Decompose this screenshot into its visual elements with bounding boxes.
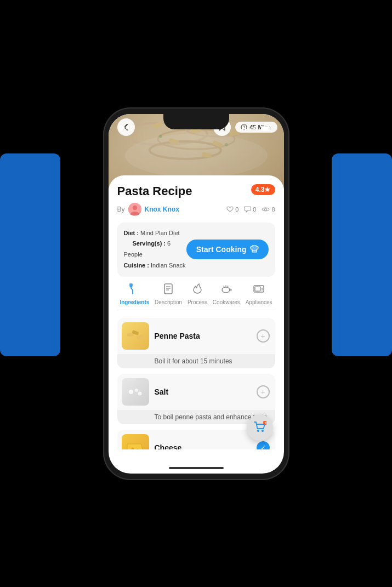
- tab-appliances[interactable]: Appliances: [246, 283, 272, 305]
- social-stats: 0 0 8: [226, 206, 275, 213]
- add-salt-button[interactable]: +: [257, 385, 270, 398]
- svg-point-51: [257, 430, 259, 432]
- cheese-visual: [124, 440, 146, 449]
- svg-marker-45: [127, 444, 144, 449]
- rating-badge: 4.3★: [251, 184, 275, 195]
- heart-icon: [226, 206, 234, 213]
- svg-point-24: [133, 206, 137, 210]
- cuisine-value: Indian Snack: [151, 262, 186, 269]
- author-name[interactable]: Knox Knox: [145, 206, 179, 213]
- svg-line-32: [224, 286, 224, 287]
- diet-label: Diet :: [124, 230, 139, 236]
- tab-cookwares[interactable]: Cookwares: [213, 283, 240, 305]
- salt-name: Salt: [155, 387, 251, 396]
- start-cooking-button[interactable]: Start Cooking: [186, 240, 269, 259]
- svg-rect-39: [127, 333, 134, 337]
- process-tab-icon: [192, 283, 203, 297]
- description-tab-label: Description: [155, 299, 182, 305]
- svg-point-31: [222, 287, 230, 293]
- author-by-label: By: [117, 206, 125, 213]
- svg-point-38: [262, 289, 263, 290]
- svg-rect-0: [240, 129, 241, 131]
- penne-pasta-desc: Boil it for about 15 minutes: [117, 354, 275, 368]
- author-row: By Knox Knox: [117, 203, 275, 216]
- microwave-icon: [253, 283, 264, 294]
- document-icon: [163, 283, 174, 294]
- penne-pasta-image: [122, 322, 149, 350]
- tab-ingredients[interactable]: Ingredients: [120, 283, 149, 305]
- svg-rect-27: [164, 284, 172, 294]
- penne-visual: [124, 328, 146, 344]
- svg-text:+: +: [264, 421, 266, 425]
- start-cooking-label: Start Cooking: [196, 245, 247, 254]
- svg-rect-41: [136, 334, 143, 339]
- appliances-tab-icon: [253, 283, 264, 297]
- comment-icon: [244, 206, 251, 213]
- author-left: By Knox Knox: [117, 203, 179, 216]
- svg-point-44: [138, 391, 141, 395]
- salt-visual: [124, 384, 146, 400]
- cheese-image: [122, 434, 149, 449]
- blue-panel-left: [0, 153, 60, 356]
- description-tab-icon: [163, 283, 174, 297]
- rating-value: 4.3★: [255, 186, 271, 193]
- ingredients-tab-label: Ingredients: [120, 299, 149, 305]
- author-avatar: [128, 203, 141, 216]
- ingredients-tab-icon: [129, 283, 140, 297]
- svg-rect-1: [242, 128, 243, 131]
- views-count: 8: [262, 206, 275, 213]
- cheese-checked-icon[interactable]: ✓: [257, 441, 270, 449]
- tab-process[interactable]: Process: [188, 283, 207, 305]
- salt-image: [122, 378, 149, 406]
- title-row: Pasta Recipe 4.3★: [117, 184, 275, 198]
- info-card: Diet : Mind Plan Diet Serving(s) : 6 Peo…: [117, 223, 275, 277]
- ingredient-header-penne: Penne Pasta +: [117, 318, 275, 354]
- svg-line-34: [228, 286, 228, 287]
- phone-frame: 9:41: [103, 107, 289, 480]
- signal-icon: [240, 126, 248, 131]
- status-time: 9:41: [120, 124, 134, 132]
- phone-screen: 9:41: [109, 114, 284, 474]
- home-indicator: [169, 467, 224, 469]
- battery-icon: [261, 126, 273, 131]
- fork-icon: [129, 283, 140, 294]
- comments-value: 0: [253, 206, 256, 213]
- diet-value: Mind Plan Diet: [140, 230, 180, 236]
- process-tab-label: Process: [188, 299, 207, 305]
- svg-rect-5: [262, 127, 270, 130]
- cart-fab-button[interactable]: +: [247, 414, 273, 441]
- comments-count: 0: [244, 206, 256, 213]
- svg-point-52: [262, 430, 264, 432]
- pan-icon: [221, 283, 232, 294]
- flame-icon: [192, 283, 203, 294]
- svg-point-25: [265, 208, 267, 210]
- svg-rect-3: [245, 126, 246, 131]
- svg-point-37: [262, 288, 263, 289]
- likes-count: 0: [226, 206, 238, 213]
- add-penne-button[interactable]: +: [257, 329, 270, 343]
- svg-rect-36: [255, 287, 260, 291]
- ingredient-header-salt: Salt +: [117, 374, 275, 410]
- diet-cuisine-info: Diet : Mind Plan Diet Serving(s) : 6 Peo…: [124, 228, 186, 271]
- ingredient-item-penne-pasta: Penne Pasta + Boil it for about 15 minut…: [117, 318, 275, 368]
- status-icons: [240, 126, 273, 131]
- recipe-title: Pasta Recipe: [117, 184, 192, 198]
- phone-notch: [163, 114, 229, 129]
- cart-icon: +: [253, 421, 266, 434]
- cheese-name: Cheese: [155, 443, 251, 449]
- avatar-image: [128, 203, 141, 216]
- svg-point-42: [129, 390, 133, 394]
- wifi-icon: [251, 126, 258, 131]
- cuisine-label: Cuisine :: [124, 262, 149, 269]
- views-value: 8: [271, 206, 275, 213]
- chef-hat-icon: [250, 245, 259, 254]
- tab-description[interactable]: Description: [155, 283, 182, 305]
- blue-panel-right: [332, 153, 392, 356]
- tabs-bar: Ingredients Description: [117, 283, 275, 310]
- svg-point-43: [135, 389, 138, 392]
- content-area: Pasta Recipe 4.3★ By: [109, 175, 284, 449]
- serving-label: Serving(s) :: [133, 240, 166, 247]
- eye-icon: [262, 207, 270, 212]
- likes-value: 0: [235, 206, 238, 213]
- svg-rect-2: [243, 127, 245, 131]
